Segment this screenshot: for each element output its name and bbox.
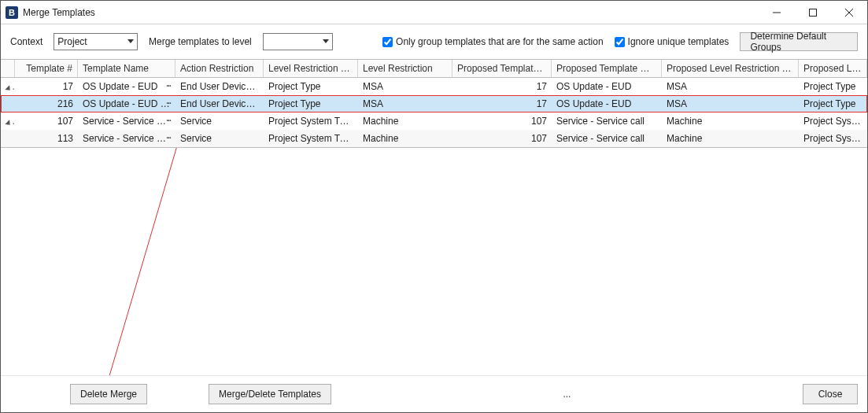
cell-proposed-lr: Project Type <box>799 96 867 112</box>
cell-proposed-lr: Project System Type <box>799 113 867 129</box>
col-expander[interactable] <box>1 60 15 77</box>
merge-delete-templates-label: Merge/Delete Templates <box>219 389 321 400</box>
cell-template-name: Service - Service call (C··· <box>78 131 175 146</box>
col-proposed-num[interactable]: Proposed Template # <box>452 60 552 77</box>
footer: Delete Merge Merge/Delete Templates ... … <box>1 375 867 412</box>
cell-level-restriction-type: Project System Type <box>264 113 358 129</box>
only-group-label: Only group templates that are for the sa… <box>396 36 603 47</box>
cell-proposed-num: 17 <box>452 79 552 94</box>
cell-proposed-lrt: Machine <box>662 131 799 146</box>
row-expander[interactable] <box>1 113 15 129</box>
table-row[interactable]: 113Service - Service call (C···ServicePr… <box>1 130 867 147</box>
cell-template-name: Service - Service call··· <box>78 113 175 129</box>
body-fill <box>1 148 867 375</box>
cell-proposed-lrt: Machine <box>662 113 799 129</box>
title-bar: B Merge Templates <box>1 1 867 24</box>
determine-default-groups-label: Determine Default Groups <box>750 31 848 53</box>
cell-level-restriction-type: Project Type <box>264 79 358 94</box>
cell-proposed-name: Service - Service call <box>552 113 662 129</box>
col-template-name[interactable]: Template Name <box>78 60 175 77</box>
window-title: Merge Templates <box>23 7 95 18</box>
cell-template-num: 17 <box>15 79 78 94</box>
cell-template-num: 216 <box>15 96 78 112</box>
minimize-icon <box>773 9 781 17</box>
merge-delete-templates-button[interactable]: Merge/Delete Templates <box>209 384 331 404</box>
grid-body: 17OS Update - EUD···End User Device HWPr… <box>1 78 867 147</box>
col-template-num[interactable]: Template # <box>15 60 78 77</box>
cell-template-num: 107 <box>15 113 78 129</box>
ellipsis-button[interactable]: ··· <box>162 97 175 111</box>
delete-merge-button[interactable]: Delete Merge <box>70 384 147 404</box>
context-combobox[interactable]: Project <box>54 33 138 50</box>
close-window-button[interactable] <box>831 1 867 24</box>
cell-proposed-lr: Project Type <box>799 79 867 94</box>
ellipsis-button[interactable]: ··· <box>162 114 175 128</box>
cell-proposed-lrt: MSA <box>662 96 799 112</box>
row-expander <box>1 136 15 141</box>
footer-ellipsis: ... <box>563 389 571 400</box>
app-icon: B <box>6 6 18 19</box>
maximize-icon <box>809 9 817 17</box>
delete-merge-label: Delete Merge <box>80 389 137 400</box>
row-expander <box>1 101 15 106</box>
close-label: Close <box>818 389 843 400</box>
table-row[interactable]: 216OS Update - EUD (Copy···End User Devi… <box>1 95 867 112</box>
minimize-button[interactable] <box>759 1 795 24</box>
cell-level-restriction: MSA <box>358 96 452 112</box>
only-group-checkbox[interactable]: Only group templates that are for the sa… <box>382 36 603 47</box>
ellipsis-button[interactable]: ··· <box>162 131 175 146</box>
cell-action-restriction: End User Device HW <box>175 79 264 94</box>
col-level-restriction-type[interactable]: Level Restriction Type <box>264 60 358 77</box>
cell-action-restriction: End User Device HW <box>175 96 264 112</box>
col-level-restriction[interactable]: Level Restriction <box>358 60 452 77</box>
toolbar: Context Project Merge templates to level… <box>1 24 867 59</box>
only-group-input[interactable] <box>382 37 393 47</box>
cell-proposed-num: 107 <box>452 113 552 129</box>
merge-templates-window: B Merge Templates Context Project Merge … <box>0 0 868 413</box>
svg-marker-4 <box>127 39 134 43</box>
cell-proposed-num: 107 <box>452 131 552 146</box>
context-value: Project <box>54 36 124 47</box>
chevron-down-icon <box>319 34 332 50</box>
chevron-down-icon <box>124 34 137 50</box>
close-icon <box>845 9 853 17</box>
merge-level-combobox[interactable] <box>263 33 333 50</box>
merge-level-label: Merge templates to level <box>149 36 252 47</box>
cell-level-restriction-type: Project Type <box>264 96 358 112</box>
ignore-unique-input[interactable] <box>615 37 625 47</box>
table-row[interactable]: 17OS Update - EUD···End User Device HWPr… <box>1 78 867 95</box>
chevron-down-icon <box>5 85 12 92</box>
cell-level-restriction-type: Project System Type <box>264 131 358 146</box>
maximize-button[interactable] <box>795 1 831 24</box>
determine-default-groups-button[interactable]: Determine Default Groups <box>740 32 858 51</box>
cell-template-name: OS Update - EUD··· <box>78 79 175 94</box>
ignore-unique-label: Ignore unique templates <box>628 36 729 47</box>
cell-proposed-name: OS Update - EUD <box>552 96 662 112</box>
cell-proposed-name: Service - Service call <box>552 131 662 146</box>
cell-level-restriction: Machine <box>358 113 452 129</box>
svg-marker-5 <box>323 39 329 43</box>
ellipsis-button[interactable]: ··· <box>162 79 175 94</box>
cell-action-restriction: Service <box>175 113 264 129</box>
annotation-arrow <box>1 148 867 375</box>
col-proposed-name[interactable]: Proposed Template Name <box>552 60 662 77</box>
cell-proposed-num: 17 <box>452 96 552 112</box>
cell-proposed-lrt: MSA <box>662 79 799 94</box>
grid-header: Template # Template Name Action Restrict… <box>1 60 867 78</box>
cell-proposed-lr: Project System Type <box>799 131 867 146</box>
col-action-restriction[interactable]: Action Restriction <box>175 60 264 77</box>
table-row[interactable]: 107Service - Service call···ServiceProje… <box>1 112 867 130</box>
cell-proposed-name: OS Update - EUD <box>552 79 662 94</box>
row-expander[interactable] <box>1 79 15 94</box>
col-proposed-lrt[interactable]: Proposed Level Restriction Type <box>662 60 799 77</box>
cell-level-restriction: MSA <box>358 79 452 94</box>
cell-template-name: OS Update - EUD (Copy··· <box>78 96 175 112</box>
svg-rect-1 <box>810 9 817 16</box>
svg-line-6 <box>107 148 178 375</box>
ignore-unique-checkbox[interactable]: Ignore unique templates <box>615 36 729 47</box>
cell-level-restriction: Machine <box>358 131 452 146</box>
chevron-down-icon <box>5 120 12 127</box>
close-button[interactable]: Close <box>803 384 858 404</box>
col-proposed-lr[interactable]: Proposed Level Restriction <box>799 60 867 77</box>
context-label: Context <box>10 36 42 47</box>
